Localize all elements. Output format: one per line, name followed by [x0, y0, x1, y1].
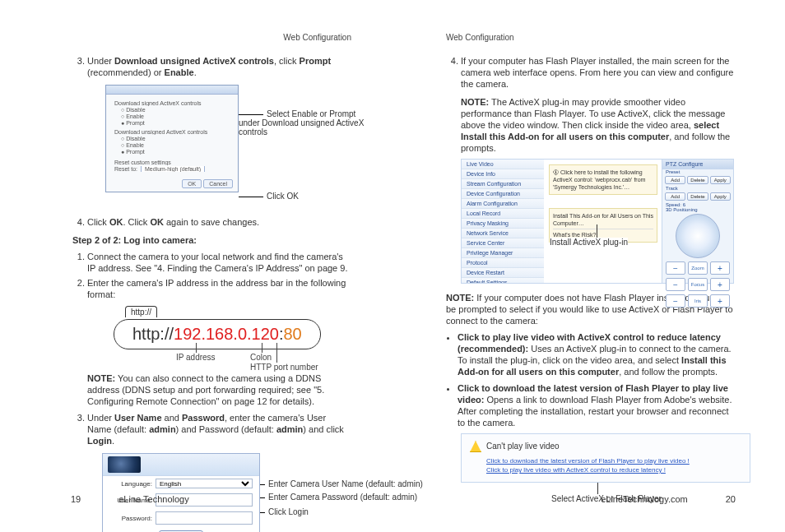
- page-header-left: Web Configuration: [72, 33, 351, 42]
- login-header: [103, 454, 259, 476]
- url-ip: 192.168.0.120: [174, 325, 279, 343]
- login-pass-label: Password:: [109, 515, 152, 522]
- sidebar-item[interactable]: Default Settings: [462, 278, 544, 283]
- url-sub-ip: IP address: [176, 353, 216, 362]
- dialog-radio-disable: ○ Disable: [114, 107, 233, 113]
- link-use-activex[interactable]: Click to play live video with ActiveX co…: [486, 466, 741, 474]
- url-sub-port: HTTP port number: [250, 363, 318, 372]
- dialog-body: Download signed ActiveX controls ○ Disab…: [106, 95, 238, 178]
- sidebar-item[interactable]: Network Service: [462, 229, 544, 238]
- sidebar-item[interactable]: Local Record: [462, 209, 544, 219]
- webui-main: 🛈 Click here to install the following Ac…: [544, 160, 662, 283]
- sidebar-item[interactable]: Device Restart: [462, 268, 544, 278]
- ptz-add-button[interactable]: Add: [665, 192, 685, 201]
- login-language-label: Language:: [109, 480, 152, 488]
- ptz-delete-button[interactable]: Delete: [687, 192, 708, 201]
- activex-bar[interactable]: 🛈 Click here to install the following Ac…: [549, 164, 657, 195]
- ptz-focus-row: −Focus+: [662, 276, 733, 293]
- steps-left-a: Under Download unsigned ActiveX controls…: [72, 55, 351, 78]
- footer-left: 19 eLine Technology: [71, 494, 351, 504]
- note-activex: NOTE: The ActiveX plug-in may provide sm…: [461, 96, 736, 154]
- security-settings-dialog: Download signed ActiveX controls ○ Disab…: [105, 85, 239, 192]
- dialog-ok-button[interactable]: OK: [182, 179, 202, 188]
- ptz-add-button[interactable]: Add: [665, 176, 685, 184]
- sidebar-item[interactable]: Live Video: [462, 160, 544, 169]
- callout-install-activex: Install ActiveX plug-in: [550, 238, 628, 247]
- callout-login: Click Login: [260, 507, 309, 516]
- minus-icon[interactable]: −: [666, 261, 685, 275]
- s2-step3: Under User Name and Password, enter the …: [87, 412, 351, 446]
- login-button-row: 🌐 Login: [103, 527, 259, 532]
- login-language-row: Language: English: [103, 476, 259, 491]
- plus-icon[interactable]: +: [710, 261, 730, 275]
- webui-ptz-panel: PTZ Configure Preset Add Delete Apply Tr…: [662, 160, 733, 283]
- sidebar-item[interactable]: Device Info: [462, 169, 544, 179]
- page-number: 19: [71, 494, 81, 504]
- page-header-right: Web Configuration: [446, 33, 736, 42]
- callout-click-ok: Click OK: [239, 192, 299, 201]
- webui-panel: Live Video Device Info Stream Configurat…: [461, 159, 734, 284]
- dialog-radio-disable2: ○ Disable: [114, 136, 233, 141]
- page-number: 20: [726, 494, 736, 504]
- step2of2-heading: Step 2 of 2: Log into camera:: [72, 234, 351, 246]
- login-pass-row: Password:: [103, 509, 259, 527]
- dialog-button-row: OK Cancel: [106, 178, 238, 192]
- ptz-apply-button[interactable]: Apply: [710, 176, 731, 184]
- url-box: http://192.168.0.120:80: [114, 319, 321, 349]
- login-figure: Language: English User Name: Password: 🌐…: [72, 453, 351, 525]
- plus-icon[interactable]: +: [710, 278, 730, 291]
- minus-icon[interactable]: −: [666, 294, 685, 308]
- s2-step2: Enter the camera's IP address in the add…: [87, 277, 351, 300]
- s2-step1: Connect the camera to your local network…: [87, 251, 351, 274]
- camera-lens-icon: [108, 456, 141, 473]
- steps-left-b: Click OK. Click OK again to save changes…: [72, 216, 351, 228]
- dialog-radio-enable: ○ Enable: [114, 113, 233, 119]
- sidebar-item[interactable]: Privacy Masking: [462, 219, 544, 229]
- sidebar-item[interactable]: Device Configuration: [462, 189, 544, 199]
- steps-2of2: Connect the camera to your local network…: [72, 251, 351, 300]
- footer-right: 20 eLineTechnology.com: [446, 494, 736, 504]
- dialog-radio-enable2: ○ Enable: [114, 142, 233, 148]
- login-pass-input[interactable]: [156, 511, 253, 525]
- cantplay-panel: Can't play live video Click to download …: [461, 433, 750, 483]
- link-download-flash[interactable]: Click to download the latest version of …: [486, 457, 741, 465]
- webui-figure: Live Video Device Info Stream Configurat…: [461, 159, 736, 284]
- steps-2of2-b: Under User Name and Password, enter the …: [72, 412, 351, 446]
- option-flash: Click to download the latest version of …: [458, 382, 736, 428]
- login-language-select[interactable]: English: [156, 479, 253, 488]
- url-prefix: http://: [132, 325, 174, 343]
- left-page: Web Configuration Under Download unsigne…: [0, 0, 392, 532]
- dialog-item: Download signed ActiveX controls: [114, 100, 233, 106]
- sidebar-item[interactable]: Service Center: [462, 238, 544, 248]
- dialog-reset-row: Reset to: Medium-high (default): [114, 166, 233, 172]
- ptz-track-buttons: Add Delete Apply: [662, 191, 733, 202]
- ptz-delete-button[interactable]: Delete: [687, 176, 708, 184]
- url-port: 80: [284, 325, 302, 343]
- sidebar-item[interactable]: Stream Configuration: [462, 179, 544, 189]
- warning-icon: [470, 441, 481, 452]
- dialog-radio-prompt: ● Prompt: [114, 120, 233, 126]
- ptz-wheel-icon[interactable]: [676, 214, 720, 258]
- ptz-iris-row: −Iris+: [662, 293, 733, 309]
- dialog-cancel-button[interactable]: Cancel: [203, 179, 233, 188]
- cantplay-figure: Can't play live video Click to download …: [461, 433, 736, 483]
- sidebar-item[interactable]: Protocol: [462, 258, 544, 268]
- step-4-right: If your computer has Flash Player instal…: [461, 55, 736, 90]
- minus-icon[interactable]: −: [666, 278, 685, 291]
- url-sub-colon: Colon: [250, 353, 272, 362]
- ptz-zoom-row: −Zoom+: [662, 260, 733, 276]
- dialog-titlebar: [106, 86, 238, 95]
- option-activex: Click to play live video with ActiveX co…: [458, 331, 736, 377]
- step-3: Under Download unsigned ActiveX controls…: [87, 55, 351, 78]
- dialog-reset-select: Medium-high (default): [141, 166, 205, 172]
- sidebar-item[interactable]: Privilege Manager: [462, 248, 544, 258]
- ptz-apply-button[interactable]: Apply: [710, 192, 731, 201]
- sidebar-item[interactable]: Alarm Configuration: [462, 199, 544, 209]
- ptz-header: PTZ Configure: [662, 160, 733, 169]
- right-page: Web Configuration If your computer has F…: [392, 0, 785, 532]
- plus-icon[interactable]: +: [710, 294, 730, 308]
- webui-sidebar: Live Video Device Info Stream Configurat…: [462, 160, 545, 283]
- steps-right: If your computer has Flash Player instal…: [446, 55, 736, 90]
- options-list: Click to play live video with ActiveX co…: [458, 331, 736, 428]
- footer-text: eLine Technology: [118, 494, 188, 504]
